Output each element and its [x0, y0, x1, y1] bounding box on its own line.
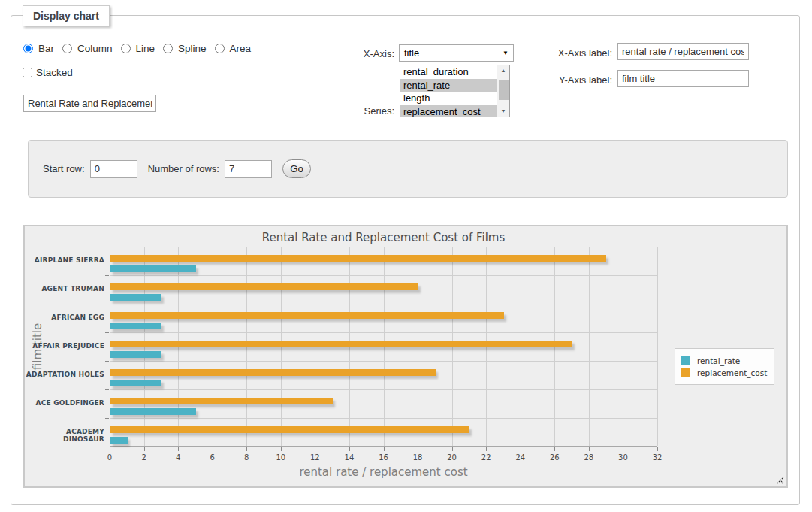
gridline-x — [623, 247, 623, 446]
bar-replacement_cost — [110, 283, 418, 290]
legend-label-replacement_cost: replacement_cost — [697, 368, 767, 377]
chart-type-label-column: Column — [77, 43, 113, 54]
scroll-up-icon[interactable]: ▲ — [497, 65, 509, 76]
chart-type-radio-spline[interactable] — [163, 44, 173, 53]
y-tick-mark — [105, 447, 109, 447]
bar-replacement_cost — [110, 341, 572, 347]
num-rows-input[interactable] — [225, 160, 272, 178]
scrollbar-thumb[interactable] — [499, 80, 509, 100]
start-row-input[interactable] — [90, 160, 137, 178]
y-axis-label-input[interactable] — [617, 70, 749, 87]
x-tick-mark — [178, 447, 179, 451]
x-tick-mark — [246, 447, 247, 451]
x-tick-label: 2 — [129, 453, 159, 462]
chart-type-label-area: Area — [230, 43, 252, 54]
go-button[interactable]: Go — [282, 159, 311, 178]
chart-legend: rental_ratereplacement_cost — [675, 348, 774, 385]
x-tick-mark — [452, 447, 453, 451]
scroll-down-icon[interactable]: ▼ — [497, 106, 509, 117]
y-tick-mark — [105, 332, 109, 333]
bar-replacement_cost — [110, 426, 469, 433]
y-tick-mark — [105, 418, 109, 419]
x-tick-label: 24 — [506, 453, 536, 462]
series-option-rental_rate[interactable]: rental_rate — [400, 79, 497, 92]
category-label: AGENT TRUMAN — [25, 285, 104, 292]
x-axis-selected-value: title — [404, 47, 419, 59]
legend-label-rental_rate: rental_rate — [697, 356, 740, 365]
gridline-y — [110, 361, 657, 362]
rows-panel: Start row: Number of rows: Go — [28, 140, 788, 198]
chart-type-radios: BarColumnLineSplineArea — [23, 43, 256, 54]
x-axis-select[interactable]: title ▼ — [399, 44, 514, 62]
bar-rental_rate — [110, 265, 196, 272]
bar-rental_rate — [110, 294, 161, 301]
bar-replacement_cost — [110, 255, 606, 262]
category-label: AIRPLANE SIERRA — [25, 256, 104, 264]
chart-type-label-spline: Spline — [178, 43, 207, 54]
category-label: ADAPTATION HOLES — [25, 371, 104, 378]
resize-grip-icon[interactable] — [774, 474, 784, 484]
x-tick-label: 32 — [642, 453, 672, 462]
chart-type-label-line: Line — [136, 43, 155, 54]
display-chart-fieldset: Display chart BarColumnLineSplineArea St… — [11, 15, 800, 505]
bar-rental_rate — [110, 437, 128, 444]
x-tick-mark — [418, 447, 418, 451]
category-label: AFFAIR PREJUDICE — [25, 342, 104, 350]
series-options: rental_durationrental_ratelengthreplacem… — [400, 65, 497, 117]
x-tick-label: 30 — [608, 453, 638, 462]
x-tick-mark — [657, 447, 658, 451]
num-rows-label: Number of rows: — [148, 163, 219, 174]
series-option-replacement_cost[interactable]: replacement_cost — [400, 105, 497, 117]
stacked-row: Stacked — [23, 67, 73, 78]
y-tick-mark — [105, 389, 109, 390]
chart-type-radio-line[interactable] — [121, 44, 131, 53]
chart-title-input[interactable] — [23, 95, 156, 112]
chart-type-radio-area[interactable] — [215, 44, 225, 53]
chart-type-label-bar: Bar — [38, 43, 54, 54]
bar-replacement_cost — [110, 312, 504, 319]
x-tick-label: 28 — [574, 453, 604, 462]
bar-replacement_cost — [110, 398, 333, 404]
bar-rental_rate — [110, 380, 161, 386]
y-tick-mark — [105, 275, 109, 276]
app-screen: Display chart BarColumnLineSplineArea St… — [0, 0, 812, 512]
legend-item-rental_rate: rental_rate — [681, 356, 767, 365]
gridline-x — [589, 247, 590, 446]
x-axis-label-input[interactable] — [617, 43, 749, 60]
x-tick-label: 8 — [231, 453, 261, 462]
series-scrollbar[interactable]: ▲ ▼ — [497, 65, 509, 117]
x-tick-mark — [144, 447, 145, 451]
chart-type-radio-column[interactable] — [62, 44, 72, 53]
y-axis-label-caption: Y-Axis label: — [537, 74, 612, 86]
x-axis-caption: X-Axis: — [340, 48, 394, 59]
bar-replacement_cost — [110, 369, 436, 376]
chart-x-axis-title: rental rate / replacement cost — [110, 465, 657, 479]
y-tick-mark — [105, 247, 109, 247]
x-tick-mark — [384, 447, 385, 451]
y-tick-mark — [105, 304, 109, 304]
chevron-down-icon: ▼ — [503, 50, 509, 56]
category-label: AFRICAN EGG — [25, 314, 104, 321]
series-option-rental_duration[interactable]: rental_duration — [400, 65, 497, 79]
x-tick-label: 26 — [539, 453, 569, 462]
bar-rental_rate — [110, 323, 161, 329]
x-tick-label: 22 — [471, 453, 501, 462]
x-tick-label: 14 — [334, 453, 364, 462]
x-tick-label: 4 — [163, 453, 193, 462]
category-label: ACADEMY DINOSAUR — [25, 428, 104, 443]
legend-swatch-replacement_cost — [681, 368, 690, 377]
x-tick-label: 0 — [95, 453, 125, 462]
gridline-y — [110, 275, 657, 276]
legend-swatch-rental_rate — [681, 356, 690, 365]
chart-type-radio-bar[interactable] — [23, 44, 33, 53]
x-tick-mark — [110, 447, 110, 451]
legend-item-replacement_cost: replacement_cost — [681, 368, 767, 377]
y-tick-mark — [105, 361, 109, 362]
series-listbox[interactable]: rental_durationrental_ratelengthreplacem… — [400, 65, 510, 117]
x-tick-label: 18 — [403, 453, 433, 462]
series-caption: Series: — [340, 105, 394, 117]
series-option-length[interactable]: length — [400, 92, 497, 105]
gridline-x — [657, 247, 658, 446]
gridline-y — [110, 332, 657, 333]
stacked-checkbox[interactable] — [23, 68, 32, 77]
